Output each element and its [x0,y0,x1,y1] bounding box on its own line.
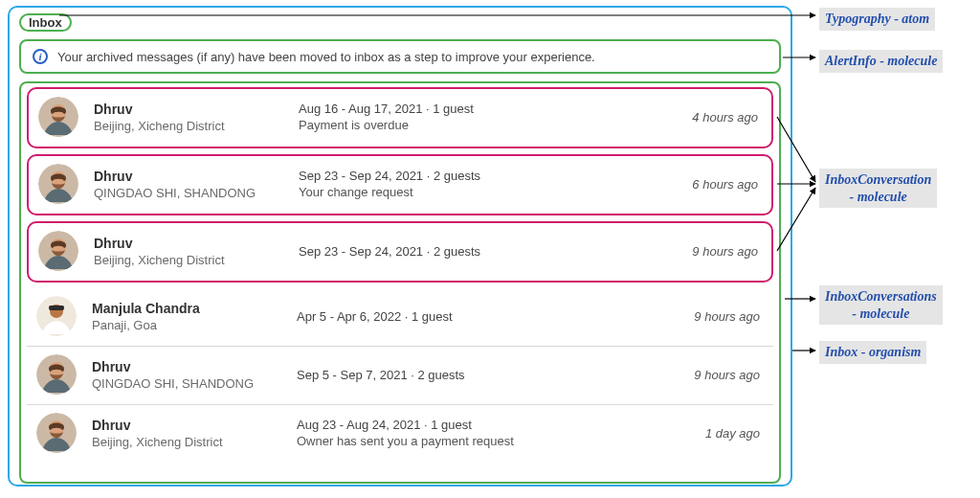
inbox-conversation[interactable]: DhruvQINGDAO SHI, SHANDONGSep 23 - Sep 2… [27,154,773,215]
annotation-typography: Typography - atom [819,8,935,31]
sender-name: Dhruv [92,418,293,433]
inbox-conversation[interactable]: DhruvQINGDAO SHI, SHANDONGSep 5 - Sep 7,… [27,347,773,405]
inbox-organism: Inbox i Your archived messages (if any) … [8,6,792,487]
conversation-who: Manjula ChandraPanaji, Goa [92,301,293,332]
sender-place: QINGDAO SHI, SHANDONG [94,186,295,200]
inbox-conversation[interactable]: DhruvBeijing, Xicheng DistrictSep 23 - S… [27,221,773,283]
page-title: Inbox [29,15,62,30]
conversation-mid: Sep 5 - Sep 7, 2021 · 2 guests [297,368,645,382]
sender-name: Dhruv [94,169,295,184]
conversation-mid: Aug 23 - Aug 24, 2021 · 1 guestOwner has… [297,418,645,448]
avatar [38,164,78,204]
sender-name: Manjula Chandra [92,301,293,316]
subject: Your change request [299,185,643,199]
conversation-who: DhruvBeijing, Xicheng District [92,418,293,449]
sender-name: Dhruv [94,236,295,251]
annotation-inboxconversation: InboxConversation - molecule [819,169,937,208]
inbox-title-atom: Inbox [19,13,72,32]
sender-name: Dhruv [92,359,293,374]
date-guest-meta: Sep 23 - Sep 24, 2021 · 2 guests [299,244,643,259]
time-ago: 1 day ago [649,426,764,441]
annotation-inbox-organism: Inbox - organism [819,341,926,364]
alert-info-molecule: i Your archived messages (if any) have b… [19,39,781,74]
sender-name: Dhruv [94,102,295,117]
inbox-conversation[interactable]: Manjula ChandraPanaji, GoaApr 5 - Apr 6,… [27,288,773,347]
date-guest-meta: Apr 5 - Apr 6, 2022 · 1 guest [297,309,645,324]
avatar [38,97,78,137]
time-ago: 6 hours ago [647,177,762,192]
sender-place: Beijing, Xicheng District [94,119,295,133]
subject: Payment is overdue [299,118,643,132]
conversation-who: DhruvQINGDAO SHI, SHANDONG [92,359,293,391]
subject: Owner has sent you a payment request [297,434,645,448]
conversation-who: DhruvQINGDAO SHI, SHANDONG [94,169,295,200]
sender-place: Beijing, Xicheng District [94,253,295,267]
conversation-mid: Sep 23 - Sep 24, 2021 · 2 guestsYour cha… [299,169,643,199]
info-icon: i [33,49,48,64]
date-guest-meta: Aug 23 - Aug 24, 2021 · 1 guest [297,418,645,432]
svg-rect-8 [49,306,64,310]
conversation-mid: Aug 16 - Aug 17, 2021 · 1 guestPayment i… [299,102,643,132]
avatar [36,413,77,453]
conversation-mid: Apr 5 - Apr 6, 2022 · 1 guest [297,309,645,324]
inbox-conversation[interactable]: DhruvBeijing, Xicheng DistrictAug 16 - A… [27,87,773,148]
time-ago: 9 hours ago [647,244,762,259]
inbox-conversations-molecule: DhruvBeijing, Xicheng DistrictAug 16 - A… [19,81,781,484]
sender-place: Beijing, Xicheng District [92,435,293,449]
time-ago: 9 hours ago [649,309,764,324]
time-ago: 9 hours ago [649,368,764,382]
sender-place: QINGDAO SHI, SHANDONG [92,376,293,391]
date-guest-meta: Sep 5 - Sep 7, 2021 · 2 guests [297,368,645,382]
inbox-conversation[interactable]: DhruvBeijing, Xicheng DistrictAug 23 - A… [27,405,773,463]
sender-place: Panaji, Goa [92,318,293,332]
date-guest-meta: Aug 16 - Aug 17, 2021 · 1 guest [299,102,643,116]
annotation-alertinfo: AlertInfo - molecule [819,50,943,73]
avatar [36,354,77,395]
alert-text: Your archived messages (if any) have bee… [57,50,595,64]
time-ago: 4 hours ago [647,110,762,124]
avatar [36,296,77,336]
conversation-who: DhruvBeijing, Xicheng District [94,236,295,267]
avatar [38,231,78,271]
annotation-inboxconversations: InboxConversations - molecule [819,285,943,325]
conversation-who: DhruvBeijing, Xicheng District [94,102,295,133]
date-guest-meta: Sep 23 - Sep 24, 2021 · 2 guests [299,169,643,183]
conversation-mid: Sep 23 - Sep 24, 2021 · 2 guests [299,244,643,259]
